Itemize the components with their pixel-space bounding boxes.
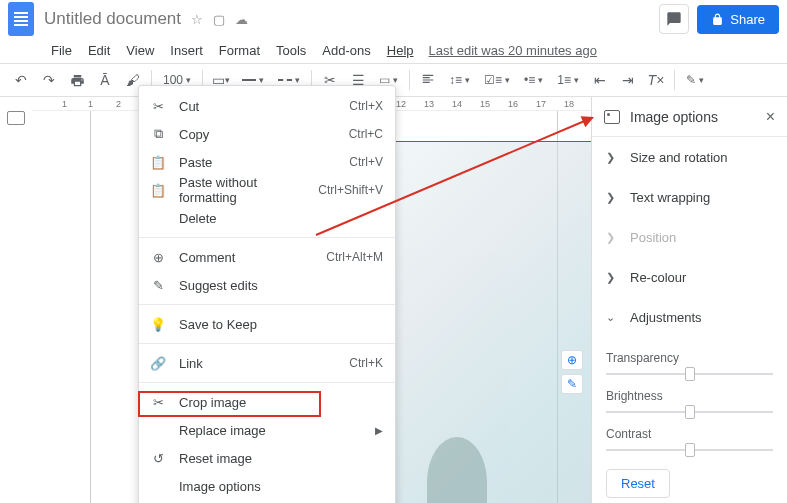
- menubar: File Edit View Insert Format Tools Add-o…: [0, 38, 787, 63]
- bullet-list-select[interactable]: •≡▾: [518, 67, 549, 93]
- indent-increase-button[interactable]: ⇥: [615, 67, 641, 93]
- position-section: ❯Position: [592, 217, 787, 257]
- align-left-button[interactable]: [415, 67, 441, 93]
- copy-icon: ⧉: [149, 126, 167, 142]
- contrast-label: Contrast: [606, 427, 773, 441]
- redo-button[interactable]: ↷: [36, 67, 62, 93]
- cm-reset[interactable]: ↺Reset image: [139, 444, 395, 472]
- menu-help[interactable]: Help: [380, 40, 421, 61]
- image-options-panel: Image options × ❯Size and rotation ❯Text…: [591, 97, 787, 503]
- cm-paste-nofmt[interactable]: 📋Paste without formattingCtrl+Shift+V: [139, 176, 395, 204]
- editing-mode-select[interactable]: ✎▾: [680, 67, 710, 93]
- cm-image-options[interactable]: Image options: [139, 472, 395, 500]
- add-comment-button[interactable]: ⊕: [561, 350, 583, 370]
- cm-suggest[interactable]: ✎Suggest edits: [139, 271, 395, 299]
- cm-link[interactable]: 🔗LinkCtrl+K: [139, 349, 395, 377]
- adjustments-content: Transparency Brightness Contrast Reset: [592, 337, 787, 503]
- close-panel-button[interactable]: ×: [766, 108, 775, 126]
- line-spacing-select[interactable]: ↕≡▾: [443, 67, 476, 93]
- undo-button[interactable]: ↶: [8, 67, 34, 93]
- panel-title: Image options: [630, 109, 756, 125]
- cm-crop[interactable]: ✂Crop image: [139, 388, 395, 416]
- recolour-section[interactable]: ❯Re-colour: [592, 257, 787, 297]
- comment-history-button[interactable]: [659, 4, 689, 34]
- cm-delete[interactable]: Delete: [139, 204, 395, 232]
- menu-addons[interactable]: Add-ons: [315, 40, 377, 61]
- floating-suggest-buttons: ⊕ ✎: [561, 350, 583, 394]
- suggest-edit-button[interactable]: ✎: [561, 374, 583, 394]
- star-icon[interactable]: ☆: [191, 12, 203, 27]
- contrast-slider[interactable]: [606, 449, 773, 451]
- title-area: Untitled document ☆ ▢ ☁: [44, 9, 659, 29]
- header: Untitled document ☆ ▢ ☁ Share: [0, 0, 787, 38]
- size-rotation-section[interactable]: ❯Size and rotation: [592, 137, 787, 177]
- docs-logo-icon[interactable]: [8, 2, 34, 36]
- slider-thumb[interactable]: [685, 405, 695, 419]
- last-edit-text[interactable]: Last edit was 20 minutes ago: [429, 43, 597, 58]
- chevron-down-icon: ⌄: [606, 311, 616, 324]
- slider-thumb[interactable]: [685, 367, 695, 381]
- chevron-right-icon: ❯: [606, 191, 616, 204]
- crop-icon: ✂: [149, 395, 167, 410]
- spellcheck-button[interactable]: Ā: [92, 67, 118, 93]
- share-button[interactable]: Share: [697, 5, 779, 34]
- text-wrapping-section[interactable]: ❯Text wrapping: [592, 177, 787, 217]
- chevron-right-icon: ❯: [606, 271, 616, 284]
- clear-format-button[interactable]: T×: [643, 67, 669, 93]
- chevron-right-icon: ❯: [606, 231, 616, 244]
- chevron-right-icon: ❯: [606, 151, 616, 164]
- brightness-slider[interactable]: [606, 411, 773, 413]
- share-label: Share: [730, 12, 765, 27]
- suggest-icon: ✎: [149, 278, 167, 293]
- transparency-slider[interactable]: [606, 373, 773, 375]
- paste-nofmt-icon: 📋: [149, 183, 167, 198]
- document-title[interactable]: Untitled document: [44, 9, 181, 29]
- cm-replace[interactable]: Replace image▶: [139, 416, 395, 444]
- slider-thumb[interactable]: [685, 443, 695, 457]
- reset-icon: ↺: [149, 451, 167, 466]
- cm-cut[interactable]: ✂CutCtrl+X: [139, 92, 395, 120]
- cut-icon: ✂: [149, 99, 167, 114]
- checklist-select[interactable]: ☑≡▾: [478, 67, 516, 93]
- adjustments-section[interactable]: ⌄Adjustments: [592, 297, 787, 337]
- cloud-icon[interactable]: ☁: [235, 12, 248, 27]
- brightness-label: Brightness: [606, 389, 773, 403]
- panel-header: Image options ×: [592, 97, 787, 137]
- menu-edit[interactable]: Edit: [81, 40, 117, 61]
- submenu-arrow-icon: ▶: [375, 425, 383, 436]
- cm-save-keep[interactable]: 💡Save to Keep: [139, 310, 395, 338]
- print-button[interactable]: [64, 67, 90, 93]
- menu-file[interactable]: File: [44, 40, 79, 61]
- number-list-select[interactable]: 1≡▾: [551, 67, 585, 93]
- comment-icon: [666, 11, 682, 27]
- paste-icon: 📋: [149, 155, 167, 170]
- menu-tools[interactable]: Tools: [269, 40, 313, 61]
- menu-insert[interactable]: Insert: [163, 40, 210, 61]
- cm-comment[interactable]: ⊕CommentCtrl+Alt+M: [139, 243, 395, 271]
- transparency-label: Transparency: [606, 351, 773, 365]
- menu-format[interactable]: Format: [212, 40, 267, 61]
- move-icon[interactable]: ▢: [213, 12, 225, 27]
- link-icon: 🔗: [149, 356, 167, 371]
- cm-copy[interactable]: ⧉CopyCtrl+C: [139, 120, 395, 148]
- cm-paste[interactable]: 📋PasteCtrl+V: [139, 148, 395, 176]
- comment-icon: ⊕: [149, 250, 167, 265]
- reset-button[interactable]: Reset: [606, 469, 670, 498]
- context-menu: ✂CutCtrl+X ⧉CopyCtrl+C 📋PasteCtrl+V 📋Pas…: [138, 85, 396, 503]
- outline-toggle[interactable]: [0, 97, 32, 503]
- indent-decrease-button[interactable]: ⇤: [587, 67, 613, 93]
- lock-icon: [711, 13, 724, 26]
- image-options-icon: [604, 110, 620, 124]
- menu-view[interactable]: View: [119, 40, 161, 61]
- keep-icon: 💡: [149, 317, 167, 332]
